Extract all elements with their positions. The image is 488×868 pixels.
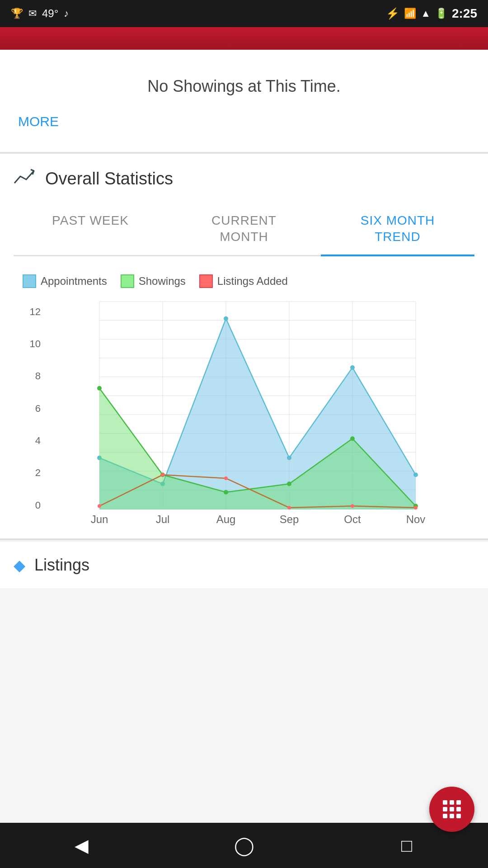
y-label-10: 10 bbox=[23, 338, 41, 350]
trophy-icon: 🏆 bbox=[11, 8, 23, 19]
wifi-icon: ▲ bbox=[421, 8, 431, 19]
legend-appointments-label: Appointments bbox=[41, 275, 107, 288]
status-bar: 🏆 ✉ 49° ♪ ⚡ 📶 ▲ 🔋 2:25 bbox=[0, 0, 488, 27]
more-link[interactable]: MORE bbox=[14, 109, 474, 143]
listings-dot-aug bbox=[224, 476, 228, 480]
tabs-container: PAST WEEK CURRENTMONTH SIX MONTHTREND bbox=[14, 203, 474, 256]
recents-button[interactable]: □ bbox=[389, 827, 425, 863]
temperature-display: 49° bbox=[42, 7, 58, 20]
fab-menu-button[interactable] bbox=[429, 787, 474, 832]
bluetooth-icon: ⚡ bbox=[386, 7, 399, 20]
no-showings-message: No Showings at This Time. bbox=[14, 68, 474, 109]
top-red-bar bbox=[0, 27, 488, 50]
appt-dot-aug bbox=[224, 316, 228, 321]
status-bar-left: 🏆 ✉ 49° ♪ bbox=[11, 7, 69, 20]
showings-dot-aug bbox=[224, 490, 228, 494]
listings-title: Listings bbox=[34, 556, 89, 575]
tab-six-month-trend[interactable]: SIX MONTHTREND bbox=[321, 203, 474, 256]
nav-bar: ◀ ◯ □ bbox=[0, 823, 488, 868]
stats-title: Overall Statistics bbox=[45, 169, 173, 189]
y-label-8: 8 bbox=[23, 370, 41, 382]
recents-square-icon: □ bbox=[401, 835, 412, 856]
x-label-nov: Nov bbox=[406, 513, 426, 525]
appt-dot-nov bbox=[413, 472, 418, 477]
statistics-section: Overall Statistics PAST WEEK CURRENTMONT… bbox=[0, 154, 488, 538]
status-bar-right: ⚡ 📶 ▲ 🔋 2:25 bbox=[386, 6, 477, 21]
legend-showings: Showings bbox=[121, 274, 186, 288]
y-axis: 12 10 8 6 4 2 0 bbox=[23, 302, 45, 529]
showings-color-box bbox=[121, 274, 134, 288]
chart-container: 12 10 8 6 4 2 0 bbox=[14, 297, 474, 538]
battery-icon: 🔋 bbox=[435, 8, 447, 19]
chart-svg-area: Jun Jul Aug Sep Oct Nov bbox=[45, 302, 470, 529]
listings-dot-sep bbox=[287, 506, 291, 509]
tab-current-month[interactable]: CURRENTMONTH bbox=[167, 203, 321, 255]
y-label-2: 2 bbox=[23, 467, 41, 479]
home-button[interactable]: ◯ bbox=[226, 827, 262, 863]
showings-dot-oct bbox=[350, 436, 355, 441]
chart-svg: Jun Jul Aug Sep Oct Nov bbox=[45, 302, 470, 528]
showings-dot-sep bbox=[287, 481, 291, 486]
y-label-4: 4 bbox=[23, 435, 41, 447]
stats-header: Overall Statistics bbox=[14, 167, 474, 190]
home-circle-icon: ◯ bbox=[234, 835, 254, 856]
tab-past-week[interactable]: PAST WEEK bbox=[14, 203, 167, 255]
legend-showings-label: Showings bbox=[139, 275, 186, 288]
mail-icon: ✉ bbox=[28, 8, 37, 19]
x-label-oct: Oct bbox=[344, 513, 361, 525]
diamond-icon: ◆ bbox=[14, 556, 25, 574]
listings-dot-nov bbox=[414, 506, 418, 509]
listings-section: ◆ Listings bbox=[0, 542, 488, 588]
chart-area: 12 10 8 6 4 2 0 bbox=[18, 302, 470, 529]
signal-icon: 📶 bbox=[404, 8, 416, 19]
y-label-6: 6 bbox=[23, 403, 41, 415]
y-label-0: 0 bbox=[23, 500, 41, 511]
grid-icon bbox=[438, 796, 465, 823]
back-arrow-icon: ◀ bbox=[75, 835, 89, 856]
listings-dot-jun bbox=[98, 504, 101, 508]
legend-listings-added: Listings Added bbox=[199, 274, 288, 288]
x-label-jul: Jul bbox=[156, 513, 170, 525]
listings-added-color-box bbox=[199, 274, 213, 288]
bottom-divider bbox=[0, 538, 488, 540]
listings-dot-jul bbox=[161, 473, 164, 476]
back-button[interactable]: ◀ bbox=[63, 827, 99, 863]
content-area: No Showings at This Time. MORE bbox=[0, 50, 488, 152]
legend-listings-added-label: Listings Added bbox=[217, 275, 288, 288]
y-label-12: 12 bbox=[23, 306, 41, 318]
legend-appointments: Appointments bbox=[23, 274, 107, 288]
chart-legend: Appointments Showings Listings Added bbox=[14, 270, 474, 297]
x-label-jun: Jun bbox=[91, 513, 108, 525]
trending-up-icon bbox=[14, 167, 36, 190]
x-label-aug: Aug bbox=[216, 513, 236, 525]
appt-dot-oct bbox=[350, 365, 355, 370]
music-icon: ♪ bbox=[64, 8, 69, 19]
appt-dot-sep bbox=[287, 456, 291, 460]
showings-dot-jun bbox=[97, 386, 102, 390]
time-display: 2:25 bbox=[452, 6, 477, 21]
x-label-sep: Sep bbox=[280, 513, 299, 525]
appointments-color-box bbox=[23, 274, 36, 288]
listings-dot-oct bbox=[351, 504, 354, 508]
